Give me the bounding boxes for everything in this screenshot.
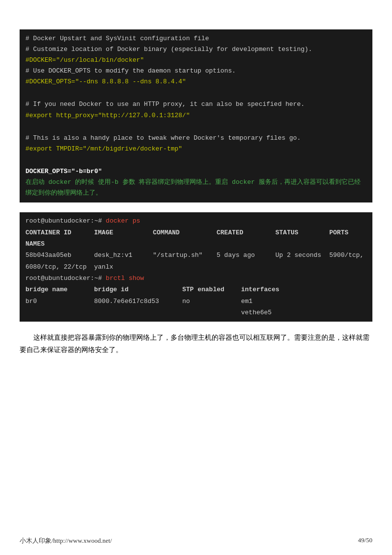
row1-command: "/startup.sh" [153, 250, 217, 261]
row1-created: 5 days ago [217, 250, 275, 261]
chinese-summary-paragraph: 这样就直接把容器暴露到你的物理网络上了，多台物理主机的容器也可以相互联网了。需要… [20, 331, 372, 356]
bridge-row2-spacer [25, 307, 241, 318]
col-header-status: STATUS [275, 227, 329, 238]
footer-left: 小木人印象/http://www.xwood.net/ [20, 536, 112, 545]
bridge-name: br0 [25, 296, 94, 307]
row1-ports: 5900/tcp, [329, 250, 368, 261]
blank-line-3 [25, 121, 367, 127]
config-line-7: #export http_proxy="http://127.0.0.1:312… [25, 110, 367, 121]
row1-container-id: 58b043aa05eb [25, 250, 94, 261]
prompt-text-2: root@ubuntudocker:~# [25, 275, 106, 282]
row1-name: yanlx [94, 261, 113, 273]
chinese-comment-line: 在启动 docker 的时候 使用-b 参数 将容器绑定到物理网络上。重启 do… [25, 177, 367, 199]
bridge-stp: no [182, 296, 241, 307]
bridge-col-name: bridge name [25, 284, 94, 295]
table-header-row-2: NAMES [25, 238, 367, 250]
brctl-prompt-line: root@ubuntudocker:~# brctl show [25, 273, 367, 284]
blank-line-4 [25, 127, 367, 133]
table-data-row-1: 58b043aa05eb desk_hz:v1 "/startup.sh" 5 … [25, 250, 367, 261]
config-line-1: # Docker Upstart and SysVinit configurat… [25, 33, 367, 44]
prompt-text-1: root@ubuntudocker:~# [25, 217, 106, 225]
config-line-9: #export TMPDIR="/mnt/bigdrive/docker-tmp… [25, 144, 367, 154]
col-header-container-id: CONTAINER ID [25, 227, 94, 238]
bridge-data-row-2: vethe6e5 [25, 307, 367, 318]
bridge-interface-1: em1 [241, 296, 252, 307]
config-line-3: #DOCKER="/usr/local/bin/docker" [25, 55, 367, 66]
blank-line-5 [25, 154, 367, 160]
brctl-command: brctl show [106, 275, 144, 282]
bridge-col-interfaces: interfaces [241, 284, 279, 295]
bridge-col-stp: STP enabled [182, 284, 241, 295]
bridge-interface-2: vethe6e5 [241, 307, 271, 318]
table-data-row-2: 6080/tcp, 22/tcp yanlx [25, 261, 367, 273]
col-header-command: COMMAND [153, 227, 217, 238]
col-header-created: CREATED [217, 227, 275, 238]
page-footer: 小木人印象/http://www.xwood.net/ 49/50 [0, 536, 392, 545]
blank-line-2 [25, 93, 367, 99]
config-line-5: #DOCKER_OPTS="--dns 8.8.8.8 --dns 8.8.4.… [25, 76, 367, 87]
docker-config-terminal: # Docker Upstart and SysVinit configurat… [20, 29, 372, 202]
row1-ports-continued: 6080/tcp, 22/tcp [25, 261, 94, 273]
blank-line-1 [25, 87, 367, 93]
docker-ps-prompt-line: root@ubuntudocker:~# docker ps [25, 215, 367, 227]
bridge-col-id: bridge id [94, 284, 182, 295]
config-line-8: # This is also a handy place to tweak wh… [25, 133, 367, 144]
config-line-4: # Use DOCKER_OPTS to modify the daemon s… [25, 66, 367, 76]
bridge-data-row-1: br0 8000.7e6e617c8d53 no em1 [25, 296, 367, 307]
col-header-ports: PORTS [329, 227, 368, 238]
footer-right: 49/50 [358, 536, 372, 545]
blank-line-6 [25, 160, 367, 166]
col-header-image: IMAGE [94, 227, 153, 238]
bridge-header-row: bridge name bridge id STP enabled interf… [25, 284, 367, 295]
bridge-id: 8000.7e6e617c8d53 [94, 296, 182, 307]
docker-opts-line: DOCKER_OPTS="-b=br0" [25, 166, 367, 177]
config-line-2: # Customize location of Docker binary (e… [25, 44, 367, 55]
col-header-names: NAMES [25, 238, 45, 250]
docker-ps-command: docker ps [106, 217, 140, 225]
config-line-6: # If you need Docker to use an HTTP prox… [25, 99, 367, 110]
table-header-row: CONTAINER ID IMAGE COMMAND CREATED STATU… [25, 227, 367, 238]
row1-image: desk_hz:v1 [94, 250, 153, 261]
docker-ps-terminal: root@ubuntudocker:~# docker ps CONTAINER… [20, 212, 372, 322]
row1-status: Up 2 seconds [275, 250, 329, 261]
